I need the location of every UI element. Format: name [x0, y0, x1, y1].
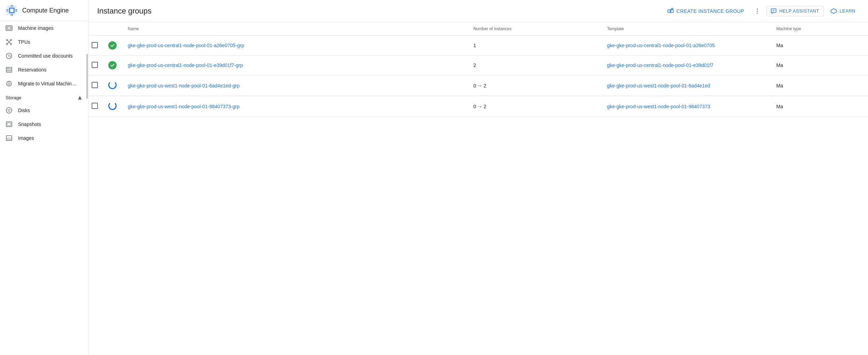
- row-machine-type-cell: Ma: [771, 75, 868, 96]
- col-checkbox: [89, 22, 106, 36]
- page-title: Instance groups: [97, 7, 152, 16]
- storage-collapse-icon[interactable]: ▲: [77, 94, 83, 101]
- more-options-button[interactable]: [751, 5, 764, 17]
- row-name-link[interactable]: gke-gke-prod-us-central1-node-pool-01-e3…: [128, 62, 243, 68]
- table-container: Name Number of instances Template Machin…: [89, 22, 868, 355]
- row-name-link[interactable]: gke-gke-prod-us-central1-node-pool-01-a2…: [128, 43, 244, 48]
- svg-point-46: [757, 10, 758, 11]
- disks-label: Disks: [18, 108, 30, 113]
- row-template-cell: gke-gke-prod-us-west1-node-pool-01-6ad4e…: [601, 75, 771, 96]
- row-checkbox-cell: [89, 36, 106, 56]
- svg-rect-35: [7, 123, 11, 126]
- col-instances: Number of instances: [468, 22, 601, 36]
- row-machine-type-cell: Ma: [771, 96, 868, 117]
- storage-label: Storage: [6, 95, 22, 100]
- tpus-label: TPUs: [18, 39, 30, 45]
- row-checkbox-cell: [89, 56, 106, 75]
- learn-button[interactable]: LEARN: [826, 6, 860, 16]
- create-instance-group-button[interactable]: CREATE INSTANCE GROUP: [663, 5, 748, 17]
- row-checkbox-cell: [89, 96, 106, 117]
- reservations-icon: [6, 66, 12, 73]
- learn-label: LEARN: [840, 8, 856, 14]
- col-machine-type: Machine type: [771, 22, 868, 36]
- row-machine-type-cell: Ma: [771, 56, 868, 75]
- learn-icon: [831, 8, 837, 14]
- committed-use-label: Committed use discounts: [18, 53, 73, 59]
- sidebar-item-machine-images[interactable]: Machine images: [0, 21, 86, 35]
- disks-icon: [6, 107, 12, 114]
- row-machine-type-cell: Ma: [771, 36, 868, 56]
- row-name-link[interactable]: gke-gke-prod-us-west1-node-pool-01-6ad4e…: [128, 83, 239, 88]
- table-row: gke-gke-prod-us-central1-node-pool-01-a2…: [89, 36, 868, 56]
- row-instances-cell: 1: [468, 36, 601, 56]
- row-name-cell: gke-gke-prod-us-central1-node-pool-01-a2…: [122, 36, 468, 56]
- svg-rect-39: [668, 10, 670, 12]
- row-status-cell: [106, 56, 122, 75]
- more-icon: [754, 8, 761, 15]
- storage-section: Storage ▲: [0, 91, 89, 103]
- committed-use-icon: %: [6, 52, 12, 59]
- row-checkbox[interactable]: [92, 103, 98, 109]
- row-checkbox[interactable]: [92, 82, 98, 88]
- svg-text:%: %: [8, 54, 11, 58]
- migrate-label: Migrate to Virtual Machin…: [18, 81, 77, 86]
- images-label: Images: [18, 135, 34, 141]
- sidebar-item-reservations[interactable]: Reservations: [0, 63, 86, 77]
- sidebar-item-tpus[interactable]: TPUs: [0, 35, 86, 49]
- svg-rect-9: [15, 9, 17, 10]
- svg-rect-34: [6, 122, 12, 127]
- row-checkbox-cell: [89, 75, 106, 96]
- col-template: Template: [601, 22, 771, 36]
- row-template-link[interactable]: gke-gke-prod-us-central1-node-pool-01-a2…: [607, 43, 765, 48]
- svg-point-47: [757, 12, 758, 14]
- svg-point-32: [6, 108, 12, 113]
- reservations-label: Reservations: [18, 67, 47, 73]
- help-icon: [771, 8, 776, 14]
- svg-rect-8: [6, 11, 8, 11]
- snapshots-icon: [6, 121, 12, 128]
- status-loading-icon: [108, 102, 117, 110]
- row-status-cell: [106, 96, 122, 117]
- svg-point-28: [7, 81, 11, 86]
- table-row: gke-gke-prod-us-central1-node-pool-01-e3…: [89, 56, 868, 75]
- main-content: Instance groups CREATE INSTANCE GROUP: [89, 0, 868, 355]
- create-icon: [667, 8, 674, 14]
- topbar: Instance groups CREATE INSTANCE GROUP: [89, 0, 868, 22]
- svg-rect-2: [10, 9, 14, 12]
- col-status: [106, 22, 122, 36]
- svg-rect-5: [11, 14, 11, 16]
- row-name-link[interactable]: gke-gke-prod-us-west1-node-pool-01-98407…: [128, 104, 239, 109]
- svg-rect-4: [12, 5, 13, 7]
- sidebar-item-committed-use[interactable]: % Committed use discounts: [0, 49, 86, 63]
- svg-rect-12: [7, 27, 11, 29]
- compute-engine-icon: [6, 4, 18, 17]
- sidebar-item-disks[interactable]: Disks: [0, 103, 86, 117]
- sidebar-header: Compute Engine: [0, 0, 89, 21]
- row-checkbox[interactable]: [92, 42, 98, 48]
- row-name-cell: gke-gke-prod-us-west1-node-pool-01-98407…: [122, 96, 468, 117]
- sidebar-scrollbar[interactable]: [86, 54, 88, 99]
- row-status-cell: [106, 36, 122, 56]
- svg-rect-6: [12, 14, 13, 16]
- status-loading-icon: [108, 81, 117, 89]
- sidebar-item-migrate[interactable]: Migrate to Virtual Machin…: [0, 77, 86, 91]
- tpus-icon: [6, 39, 12, 45]
- status-ok-icon: [108, 41, 117, 50]
- help-assistant-button[interactable]: HELP ASSISTANT: [766, 6, 824, 16]
- svg-rect-7: [6, 9, 8, 10]
- svg-point-45: [757, 8, 758, 9]
- row-template-link[interactable]: gke-gke-prod-us-west1-node-pool-01-6ad4e…: [607, 83, 765, 88]
- table-row: gke-gke-prod-us-west1-node-pool-01-6ad4e…: [89, 75, 868, 96]
- row-template-link[interactable]: gke-gke-prod-us-west1-node-pool-01-98407…: [607, 104, 765, 109]
- row-instances-cell: 0 → 2: [468, 75, 601, 96]
- topbar-actions: CREATE INSTANCE GROUP HELP ASSISTANT: [663, 5, 860, 17]
- row-checkbox[interactable]: [92, 62, 98, 68]
- row-template-link[interactable]: gke-gke-prod-us-central1-node-pool-01-e3…: [607, 62, 765, 68]
- table-row: gke-gke-prod-us-west1-node-pool-01-98407…: [89, 96, 868, 117]
- sidebar-item-images[interactable]: Images: [0, 131, 86, 145]
- sidebar-item-snapshots[interactable]: Snapshots: [0, 117, 86, 131]
- row-instances-cell: 2: [468, 56, 601, 75]
- instance-groups-table: Name Number of instances Template Machin…: [89, 22, 868, 117]
- row-instances-cell: 0 → 2: [468, 96, 601, 117]
- row-template-cell: gke-gke-prod-us-west1-node-pool-01-98407…: [601, 96, 771, 117]
